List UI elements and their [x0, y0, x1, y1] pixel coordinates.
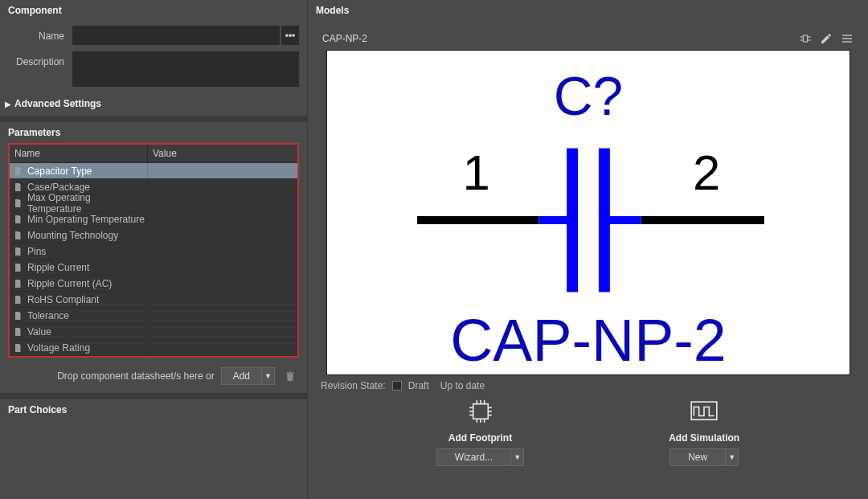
svg-rect-7 [842, 41, 852, 42]
add-parameter-main[interactable]: Add [222, 368, 261, 384]
list-icon [841, 32, 854, 45]
component-panel-title: Component [0, 0, 307, 21]
parameter-value-cell[interactable] [148, 324, 297, 339]
left-pane: Component Name ••• Description ▶ Advance… [0, 0, 307, 499]
parameter-row[interactable]: Voltage Rating [10, 340, 297, 356]
parameter-row[interactable]: Min Operating Temperature [10, 211, 297, 227]
parameter-name-cell[interactable]: Mounting Technology [10, 227, 148, 243]
symbol-designator: C? [553, 66, 623, 126]
parameter-value-cell[interactable] [148, 179, 297, 194]
advanced-settings-toggle[interactable]: ▶ Advanced Settings [0, 95, 307, 116]
pins-icon [799, 32, 812, 45]
parameter-value-cell[interactable] [148, 260, 297, 275]
parameter-name-cell[interactable]: Max Operating Temperature [10, 195, 148, 211]
parameter-name: Voltage Rating [27, 342, 90, 354]
chip-icon [465, 398, 496, 425]
parameter-value-cell[interactable] [148, 195, 297, 211]
svg-rect-0 [803, 35, 807, 42]
parameter-name-cell[interactable]: RoHS Compliant [10, 292, 148, 307]
document-icon [13, 215, 23, 224]
parameter-row[interactable]: Ripple Current (AC) [10, 276, 297, 292]
parameters-rows: Capacitor TypeCase/PackageMax Operating … [10, 163, 297, 356]
part-choices-body [0, 420, 307, 499]
datasheet-drop-row: Drop component datasheet/s here or Add ▼ [0, 358, 307, 393]
name-browse-button[interactable]: ••• [281, 26, 299, 45]
caret-right-icon: ▶ [5, 100, 11, 108]
uptodate-label: Up to date [440, 380, 485, 391]
parameter-row[interactable]: Pins [10, 243, 297, 260]
footprint-wizard-button[interactable]: Wizard... ▼ [436, 448, 524, 466]
pencil-icon [820, 32, 833, 45]
footprint-wizard-caret[interactable]: ▼ [510, 449, 523, 465]
parameter-name-cell[interactable]: Voltage Rating [10, 340, 148, 355]
col-header-value[interactable]: Value [148, 145, 297, 162]
parameter-name-cell[interactable]: Min Operating Temperature [10, 211, 148, 227]
parameter-row[interactable]: Max Operating Temperature [10, 195, 297, 211]
parameter-row[interactable]: Ripple Current [10, 260, 297, 276]
parameter-row[interactable]: Tolerance [10, 308, 297, 324]
parameter-value-cell[interactable] [148, 308, 297, 323]
parameter-value-cell[interactable] [148, 340, 297, 355]
name-row: Name ••• [8, 26, 299, 45]
simulation-new-caret[interactable]: ▼ [725, 449, 738, 465]
svg-rect-6 [842, 38, 852, 39]
description-label: Description [8, 51, 72, 67]
parameter-name-cell[interactable]: Capacitor Type [10, 163, 148, 178]
description-row: Description [8, 51, 299, 87]
parameter-value-cell[interactable] [148, 227, 297, 243]
draft-checkbox[interactable] [392, 381, 402, 391]
parameter-name-cell[interactable]: Ripple Current [10, 260, 148, 275]
component-body: Name ••• Description [0, 21, 307, 95]
parameter-row[interactable]: Value [10, 324, 297, 340]
parameter-value-cell[interactable] [148, 211, 297, 227]
add-footprint-icon-wrap [465, 398, 496, 427]
parameter-value-cell[interactable] [148, 163, 297, 178]
col-header-name[interactable]: Name [10, 145, 148, 162]
svg-rect-14 [473, 404, 488, 419]
model-tools [799, 32, 854, 45]
model-list-button[interactable] [841, 32, 854, 45]
add-footprint-label: Add Footprint [448, 432, 512, 444]
footprint-wizard-main[interactable]: Wizard... [437, 449, 510, 465]
parameter-name-cell[interactable]: Tolerance [10, 308, 148, 323]
parameter-value-cell[interactable] [148, 276, 297, 291]
parameter-name-cell[interactable]: Ripple Current (AC) [10, 276, 148, 291]
document-icon [13, 279, 23, 288]
simulation-new-button[interactable]: New ▼ [669, 448, 739, 466]
name-input-wrap: ••• [72, 26, 299, 45]
divider [0, 116, 307, 122]
name-input[interactable] [72, 26, 280, 45]
model-toolbar: CAP-NP-2 [319, 27, 857, 50]
parameter-row[interactable]: Mounting Technology [10, 227, 297, 243]
parameter-name-cell[interactable]: Pins [10, 243, 148, 259]
capacitor-symbol: C? 1 2 CAP-NP-2 [327, 51, 850, 374]
remove-parameter-button[interactable] [281, 367, 299, 385]
advanced-settings-label: Advanced Settings [14, 98, 101, 109]
model-pins-button[interactable] [799, 32, 812, 45]
parameter-row[interactable]: RoHS Compliant [10, 292, 297, 308]
parameter-name: Case/Package [27, 182, 90, 193]
models-panel-title: Models [308, 0, 868, 21]
add-parameter-caret[interactable]: ▼ [261, 368, 274, 384]
parameter-row[interactable]: Capacitor Type [10, 163, 297, 179]
parameters-body: Name Value Capacitor TypeCase/PackageMax… [0, 143, 307, 358]
name-label: Name [8, 26, 72, 42]
parameter-name-cell[interactable]: Value [10, 324, 148, 339]
add-parameter-button[interactable]: Add ▼ [221, 367, 275, 385]
description-input[interactable] [72, 51, 299, 87]
simulation-new-main[interactable]: New [670, 449, 725, 465]
parameter-name: Tolerance [27, 310, 69, 321]
parameter-name: Value [27, 326, 51, 337]
symbol-preview[interactable]: C? 1 2 CAP-NP-2 [326, 50, 850, 375]
svg-rect-5 [842, 35, 852, 35]
revision-state-label: Revision State: [321, 380, 386, 391]
document-icon [13, 295, 23, 305]
wave-icon [689, 398, 719, 425]
add-simulation-label: Add Simulation [669, 432, 739, 444]
parameter-value-cell[interactable] [148, 243, 297, 259]
parameter-name: Min Operating Temperature [27, 214, 145, 225]
part-choices-panel-title: Part Choices [0, 399, 307, 420]
model-edit-button[interactable] [820, 32, 833, 45]
parameter-value-cell[interactable] [148, 292, 297, 307]
document-icon [13, 198, 23, 208]
